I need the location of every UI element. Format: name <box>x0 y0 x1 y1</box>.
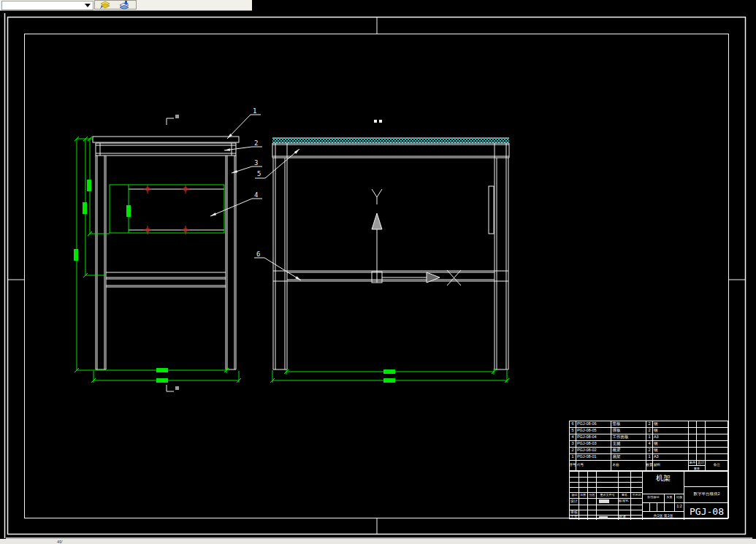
bom-no: 6 <box>570 421 576 427</box>
rev-col-docno: 更改文件号 <box>597 494 618 497</box>
bom-material: 钢 <box>653 421 689 427</box>
section-view <box>272 120 509 369</box>
bom-material: A3 <box>653 454 689 460</box>
header-name: 名称 <box>611 461 646 470</box>
callout-label: 6 <box>256 250 260 258</box>
bom-code: PGJ-08-06 <box>576 421 612 427</box>
header-weight-total: 总计 <box>697 461 705 465</box>
bom-code: PGJ-08-02 <box>576 448 612 453</box>
section-view-legs <box>273 158 508 369</box>
section-cut-mark-bottom <box>167 385 179 391</box>
bom-name: 垫板 <box>611 421 646 427</box>
dim-text-block <box>126 205 131 217</box>
bom-code: PGJ-08-03 <box>576 441 612 447</box>
bom-code: PGJ-08-04 <box>576 434 612 440</box>
bom-qty: 4 <box>646 441 653 447</box>
section-cut-mark-top <box>167 115 179 125</box>
side-liner <box>489 186 494 234</box>
header-qty: 数量 <box>646 461 653 470</box>
rev-col-zone: 分区 <box>588 494 596 497</box>
section-label-dots <box>374 120 382 123</box>
callout-label: 5 <box>257 170 261 177</box>
title-block: 标记 处数 分区 更改文件号 签名 年月日 设计 标准化 审核 工艺 批准 机架… <box>569 471 728 519</box>
bom-material: 钢 <box>653 441 689 447</box>
stage-mark-label: 阶段标记 <box>643 496 664 499</box>
bom-qty: 2 <box>646 448 653 453</box>
part-name: 机架 <box>643 475 684 482</box>
table-row: 1 PGJ-08-01 底架 1 A3 <box>570 454 728 461</box>
bom-qty: 2 <box>646 428 653 434</box>
header-weight-unit: 单件 <box>689 461 698 465</box>
hole-markers <box>143 185 190 234</box>
sheet-info: 共1张 第1张 <box>643 514 684 518</box>
table-row: 5 PGJ-08-05 撑板 2 钢 <box>570 428 728 434</box>
callout-label: 1 <box>253 107 256 115</box>
rev-col-date: 年月日 <box>631 494 642 497</box>
bom-name: 横梁 <box>611 448 646 453</box>
dim-text-block <box>87 180 91 191</box>
tabletop-section-hatch <box>272 138 509 143</box>
section-view-rail <box>273 271 508 281</box>
up-arrow <box>372 213 382 229</box>
header-remark: 备注 <box>706 461 728 470</box>
callout-label: 2 <box>254 139 258 147</box>
leader-arrow <box>210 212 216 216</box>
hole-marker <box>181 185 190 194</box>
standardization-label: 标准化 <box>619 499 641 503</box>
status-text: 49' <box>57 540 63 544</box>
status-bar <box>0 539 756 544</box>
dim-text-block <box>83 202 87 214</box>
bom-qty: 1 <box>646 454 653 460</box>
y-axis-glyph <box>372 189 382 204</box>
table-header-row: 序号 代号 名称 数量 材料 单件 总计 重量 备注 <box>570 461 728 470</box>
front-view <box>93 115 239 391</box>
hole-marker <box>143 185 152 194</box>
design-label: 设计 <box>570 499 587 503</box>
bom-code: PGJ-08-01 <box>576 454 612 460</box>
front-view-legs <box>96 156 236 369</box>
dim-text-block <box>156 368 168 372</box>
bom-no: 2 <box>570 448 576 453</box>
dimensions <box>74 137 509 383</box>
check-label: 审核 <box>570 510 587 514</box>
bom-material: 钢 <box>653 428 689 434</box>
mass-label: 质量 <box>665 496 674 499</box>
signature-mark <box>599 499 609 503</box>
table-row: 6 PGJ-08-06 垫板 2 钢 <box>570 421 728 428</box>
header-no: 序号 <box>570 461 576 470</box>
bom-qty: 2 <box>646 421 653 427</box>
bom-material: 钢 <box>653 448 689 453</box>
callout-5: 5 <box>255 149 299 178</box>
rev-col-sign: 签名 <box>619 494 630 497</box>
dim-text-block <box>383 369 395 374</box>
bom-no: 5 <box>570 428 576 434</box>
bom-name: 撑板 <box>611 428 646 434</box>
dim-ticks <box>75 137 509 383</box>
bom-no: 1 <box>570 454 576 460</box>
bom-qty: 1 <box>646 434 653 440</box>
header-code: 代号 <box>576 461 612 470</box>
bom-no: 3 <box>570 441 576 447</box>
bom-name: 底架 <box>611 454 646 460</box>
parts-list-table: 6 PGJ-08-06 垫板 2 钢 5 PGJ-08-05 撑板 2 钢 4 … <box>569 421 728 471</box>
front-view-panel <box>110 185 224 233</box>
header-weight-block: 单件 总计 重量 <box>689 461 706 470</box>
bom-name: 工作面板 <box>611 434 646 440</box>
rev-col-count: 处数 <box>579 494 587 497</box>
rev-col-mark: 标记 <box>570 494 579 497</box>
header-material: 材料 <box>653 461 689 470</box>
bom-code: PGJ-08-05 <box>576 428 612 434</box>
scale-value: 1:2 <box>675 505 684 509</box>
callout-label: 3 <box>254 159 258 166</box>
dim-text-block <box>156 378 168 383</box>
table-row: 2 PGJ-08-02 横梁 2 钢 <box>570 448 728 454</box>
dim-text-block <box>383 378 395 383</box>
signature-mark <box>599 516 608 519</box>
drawing-number: PGJ-08 <box>684 507 729 516</box>
callout-6: 6 <box>254 250 301 280</box>
table-row: 4 PGJ-08-04 工作面板 1 A3 <box>570 434 728 441</box>
approve-label: 批准 <box>619 516 641 519</box>
bom-material: A3 <box>653 434 689 440</box>
callout-label: 4 <box>254 191 258 199</box>
callout-1: 1 <box>227 107 261 139</box>
